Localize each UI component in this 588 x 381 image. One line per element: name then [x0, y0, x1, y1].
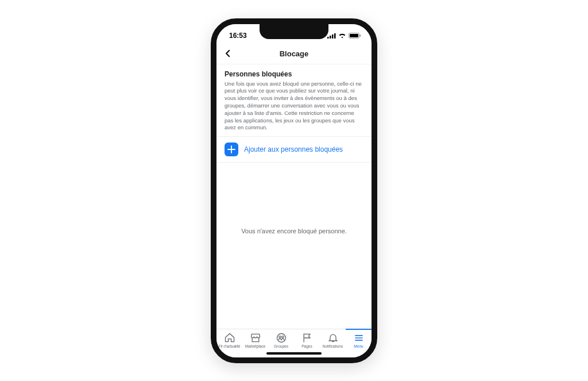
- empty-message: Vous n'avez encore bloqué personne.: [241, 228, 347, 234]
- svg-rect-1: [330, 36, 331, 39]
- tab-groups[interactable]: Groupes: [268, 332, 294, 349]
- marketplace-icon: [250, 332, 261, 344]
- empty-state: Vous n'avez encore bloqué personne.: [216, 163, 372, 328]
- svg-point-8: [278, 336, 280, 337]
- svg-rect-2: [332, 34, 334, 39]
- plus-icon: [225, 143, 238, 156]
- tab-label: Notifications: [323, 345, 343, 349]
- section-description: Une fois que vous avez bloqué une person…: [225, 80, 363, 132]
- tab-feed[interactable]: Fil d'actualité: [216, 332, 242, 349]
- tab-marketplace[interactable]: Marketplace: [242, 332, 268, 349]
- back-button[interactable]: [221, 47, 235, 60]
- nav-header: Blocage: [216, 44, 372, 64]
- status-time: 16:53: [229, 32, 247, 40]
- phone-frame: 16:53 Blocage Personnes bloquées: [211, 18, 377, 363]
- svg-point-7: [277, 333, 285, 342]
- cellular-icon: [327, 33, 336, 39]
- tab-pages[interactable]: Pages: [294, 332, 320, 349]
- add-blocked-button[interactable]: Ajouter aux personnes bloquées: [216, 137, 372, 163]
- home-indicator[interactable]: [266, 352, 322, 355]
- status-indicators: [327, 33, 361, 39]
- tab-menu[interactable]: Menu: [346, 332, 372, 349]
- tab-label: Groupes: [274, 345, 288, 349]
- phone-notch: [260, 24, 328, 39]
- chevron-left-icon: [223, 48, 233, 59]
- wifi-icon: [338, 33, 346, 39]
- home-icon: [224, 332, 235, 344]
- tab-notifications[interactable]: Notifications: [320, 332, 346, 349]
- groups-icon: [276, 332, 287, 344]
- screen: 16:53 Blocage Personnes bloquées: [216, 24, 372, 357]
- svg-rect-6: [360, 34, 361, 37]
- section-title: Personnes bloquées: [225, 70, 363, 78]
- tab-label: Pages: [301, 345, 312, 349]
- svg-rect-0: [327, 37, 329, 39]
- svg-rect-5: [350, 34, 358, 37]
- bell-icon: [327, 332, 339, 344]
- menu-icon: [353, 332, 365, 344]
- blocked-people-section: Personnes bloquées Une fois que vous ave…: [216, 64, 372, 137]
- svg-point-9: [281, 336, 283, 337]
- svg-rect-3: [334, 33, 336, 39]
- add-blocked-label: Ajouter aux personnes bloquées: [244, 145, 343, 153]
- tab-label: Menu: [354, 345, 363, 349]
- tab-label: Fil d'actualité: [219, 345, 241, 349]
- battery-icon: [349, 33, 361, 39]
- content: Personnes bloquées Une fois que vous ave…: [216, 64, 372, 329]
- flag-icon: [301, 332, 313, 344]
- page-title: Blocage: [280, 49, 309, 58]
- tab-label: Marketplace: [245, 345, 265, 349]
